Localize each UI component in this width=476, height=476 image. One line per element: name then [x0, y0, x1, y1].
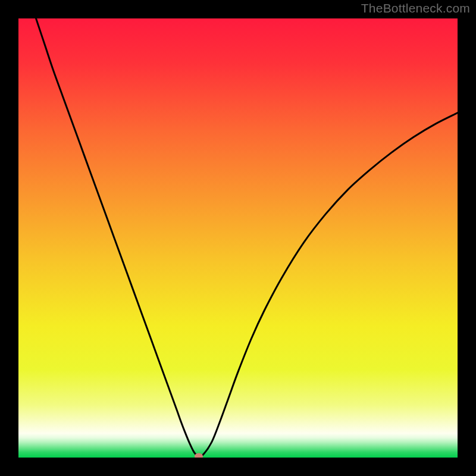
chart-frame: TheBottleneck.com: [0, 0, 476, 476]
optimal-point-marker: [195, 453, 203, 458]
bottleneck-curve: [18, 18, 458, 458]
plot-area: [18, 18, 458, 458]
watermark-text: TheBottleneck.com: [361, 1, 470, 15]
